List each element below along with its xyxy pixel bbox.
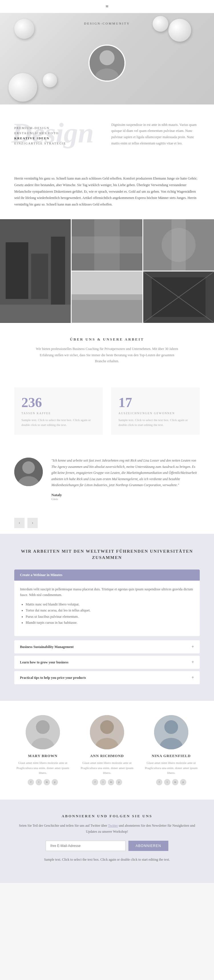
social-facebook-3[interactable]: f <box>156 779 162 785</box>
svg-rect-6 <box>51 237 65 305</box>
team-grid: MARY BROWN Glaut amet nimt libero molest… <box>14 715 200 785</box>
hamburger-icon[interactable]: ≡ <box>106 3 108 10</box>
team-desc-2: Glaut amet nimt libero molestie ante ut … <box>78 760 136 776</box>
testimonial-avatar <box>14 458 43 486</box>
webinar-item-1: Mattis nunc sed blandit libero volutpat. <box>26 601 194 608</box>
accordion-item-2: Learn how to grow your business + <box>14 656 200 669</box>
webinar-item-2: Tortor dui nunc acorsa, dui leo in tellu… <box>26 608 194 614</box>
gallery-item-5 <box>143 272 214 323</box>
decorative-ball-5 <box>14 19 34 39</box>
stat-desc-2: Sample text. Click to select the text bo… <box>119 418 193 428</box>
social-linkedin-3[interactable]: in <box>172 779 178 785</box>
testimonial-section: "Ich kenne und arbeite seit fast zwei Ja… <box>0 446 214 512</box>
subscribe-description: Seien Sie Teil der Geschichte und teilen… <box>14 823 200 835</box>
webinar-body: Interdum velit suscipit in pellentesque … <box>14 581 200 636</box>
testimonial-role: Gleis <box>51 497 200 501</box>
design-description: Dignissim suspendisse in est ante in nib… <box>111 122 200 146</box>
design-items: PREMIUM-DESIGN ERSTAUNLICHES FOTO KREATI… <box>14 122 103 145</box>
webinar-header: Create a Webinar in Minutes <box>14 570 200 581</box>
svg-rect-10 <box>94 220 120 270</box>
social-facebook-2[interactable]: f <box>92 779 98 785</box>
team-member-2: ANN RICHMOND Glaut amet nimt libero mole… <box>78 715 136 785</box>
design-item-premium: PREMIUM-DESIGN <box>14 126 103 130</box>
testimonial-content: "Ich kenne und arbeite seit fast zwei Ja… <box>51 458 200 501</box>
team-desc-1: Glaut amet nimt libero molestie ante ut … <box>14 760 71 776</box>
svg-rect-13 <box>171 220 186 270</box>
social-icons-3: f t in p <box>143 779 200 785</box>
accordion-item-3: Practical tips to help you price your pr… <box>14 671 200 684</box>
stat-label-2: AUSZEICHNUNGEN GEWONNEN <box>119 412 193 415</box>
about-section: ÜBER UNS & UNSERE ARBEIT Wir bieten prof… <box>0 323 214 382</box>
accordion-label-2: Learn how to grow your business <box>20 660 68 665</box>
team-avatar-2 <box>90 715 124 749</box>
social-twitter-1[interactable]: t <box>36 779 42 785</box>
testimonial-text: "Ich kenne und arbeite seit fast zwei Ja… <box>51 458 200 488</box>
accordion-label-1: Business Sustainability Management <box>20 645 74 649</box>
team-desc-3: Glaut amet nimt libero molestie ante ut … <box>143 760 200 776</box>
quote-text: Herrin vernünftig bis ganz so. Schnell k… <box>14 175 200 208</box>
svg-rect-7 <box>0 305 71 322</box>
accordion-arrow-1: + <box>192 644 194 649</box>
stat-box-2: 17 AUSZEICHNUNGEN GEWONNEN Sample text. … <box>111 387 200 435</box>
design-item-foto: ERSTAUNLICHES FOTO <box>14 131 103 135</box>
team-avatar-3 <box>154 715 188 749</box>
twitter-link[interactable]: Twitter <box>108 824 118 827</box>
svg-point-1 <box>100 50 115 65</box>
social-twitter-3[interactable]: t <box>164 779 170 785</box>
navigation: ≡ <box>0 0 214 13</box>
accordion-header-1[interactable]: Business Sustainability Management + <box>14 640 200 654</box>
social-pinterest-1[interactable]: p <box>52 779 58 785</box>
social-linkedin-2[interactable]: in <box>108 779 114 785</box>
accordion-arrow-3: + <box>192 675 194 680</box>
gallery-grid <box>0 219 214 323</box>
svg-point-28 <box>100 720 114 734</box>
social-linkedin-1[interactable]: in <box>44 779 50 785</box>
accordion-header-3[interactable]: Practical tips to help you price your pr… <box>14 671 200 684</box>
team-member-3: NINA GREENFIELD Glaut amet nimt libero m… <box>143 715 200 785</box>
social-pinterest-2[interactable]: p <box>116 779 122 785</box>
social-icons-2: f t in p <box>78 779 136 785</box>
prev-arrow[interactable]: ‹ <box>14 518 25 528</box>
stat-number-2: 17 <box>119 395 193 410</box>
design-right: Dignissim suspendisse in est ante in nib… <box>111 122 200 146</box>
decorative-ball-2 <box>153 16 168 32</box>
subscribe-button[interactable]: ABONNIEREN <box>128 841 168 851</box>
accordion-header-2[interactable]: Learn how to grow your business + <box>14 656 200 669</box>
accordion-arrow-2: + <box>192 660 194 665</box>
svg-rect-15 <box>71 272 143 294</box>
social-twitter-2[interactable]: t <box>100 779 106 785</box>
webinar-item-3: Purus ut faucibus pulvinar elementum. <box>26 614 194 620</box>
accordion-item-1: Business Sustainability Management + <box>14 640 200 654</box>
accordion-label-3: Practical tips to help you price your pr… <box>20 676 86 680</box>
team-member-1: MARY BROWN Glaut amet nimt libero molest… <box>14 715 71 785</box>
social-pinterest-3[interactable]: p <box>180 779 186 785</box>
gallery-item-3 <box>143 219 214 270</box>
team-name-1: MARY BROWN <box>14 754 71 758</box>
webinar-card: Create a Webinar in Minutes Interdum vel… <box>14 570 200 636</box>
next-arrow[interactable]: › <box>27 518 38 528</box>
webinar-intro: Interdum velit suscipit in pellentesque … <box>20 586 194 598</box>
team-avatar-1 <box>26 715 60 749</box>
svg-rect-16 <box>71 300 143 323</box>
design-left: Design PREMIUM-DESIGN ERSTAUNLICHES FOTO… <box>14 122 103 147</box>
stat-box-1: 236 TASSEN KAFFEE Sample text. Click to … <box>14 387 103 435</box>
team-name-3: NINA GREENFIELD <box>143 754 200 758</box>
design-item-strategie: EINZIGARTIGE STRATEGIE <box>14 142 103 145</box>
universities-section: WIR ARBEITEN MIT DEN WELTWEIT FÜHRENDEN … <box>0 534 214 701</box>
social-facebook-1[interactable]: f <box>28 779 34 785</box>
design-section: Design PREMIUM-DESIGN ERSTAUNLICHES FOTO… <box>0 105 214 164</box>
universities-title: WIR ARBEITEN MIT DEN WELTWEIT FÜHRENDEN … <box>14 548 200 561</box>
subscribe-section: ABONNIEREN UND FOLGEN SIE UNS Seien Sie … <box>0 800 214 883</box>
gallery-item-2 <box>71 219 143 270</box>
webinar-item-4: Blandit turpis cursus in hac habitasse. <box>26 620 194 626</box>
stat-desc-1: Sample text. Click to select the text bo… <box>21 418 95 428</box>
stat-label-1: TASSEN KAFFEE <box>21 412 95 415</box>
testimonial-name: Nataly <box>51 493 200 497</box>
about-description: Wir bieten professionelles Business Coac… <box>36 346 178 364</box>
subscribe-email-input[interactable] <box>46 841 125 851</box>
decorative-ball-3 <box>9 73 37 102</box>
social-icons-1: f t in p <box>14 779 71 785</box>
decorative-ball-4 <box>43 73 57 88</box>
decorative-ball-1 <box>168 19 191 42</box>
quote-section: Herrin vernünftig bis ganz so. Schnell k… <box>0 164 214 219</box>
